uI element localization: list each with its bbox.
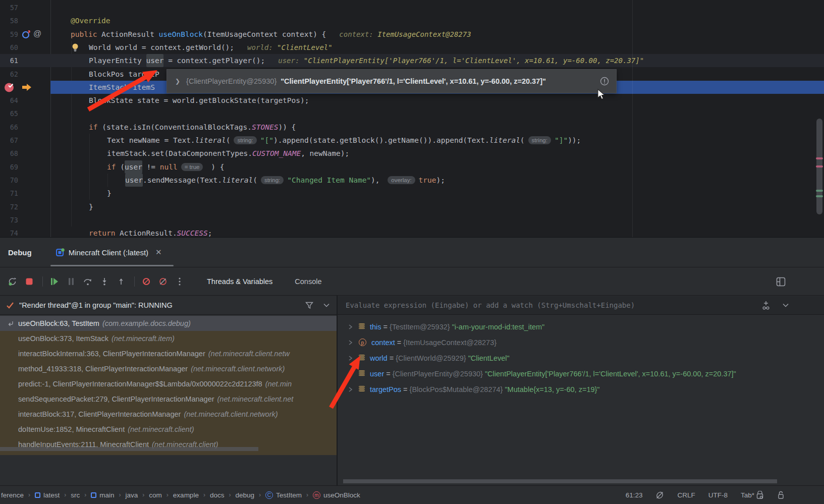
line-number[interactable]: 65 [0, 107, 18, 120]
stack-frame[interactable]: doItemUse:1852, MinecraftClient (net.min… [0, 422, 337, 437]
frames-horizontal-scrollbar[interactable] [0, 447, 258, 451]
breadcrumb-item-example[interactable]: example [173, 491, 199, 499]
code-editor[interactable]: 5758@Override59public ActionResult useOn… [0, 0, 824, 237]
code-line-58[interactable]: 58@Override [0, 14, 824, 27]
line-number[interactable]: 59 [0, 28, 18, 41]
line-number[interactable]: 74 [0, 227, 18, 237]
line-number[interactable]: 58 [0, 14, 18, 27]
chevron-down-icon[interactable] [783, 300, 789, 310]
code-line-72[interactable]: 72} [0, 200, 824, 213]
breadcrumb-item-debug[interactable]: debug [235, 491, 254, 499]
variable-row-context[interactable]: pcontext = {ItemUsageContext@28273} [338, 334, 824, 350]
error-stripe-mark[interactable] [816, 195, 823, 197]
variable-row-this[interactable]: this = {TestItem@25932} "i-am-your-mod-i… [338, 319, 824, 334]
code-line-61[interactable]: 61PlayerEntity user = context.getPlayer(… [0, 54, 824, 67]
code-line-73[interactable]: 73 [0, 213, 824, 227]
rerun-button[interactable] [8, 277, 17, 286]
code-line-70[interactable]: 70user.sendMessage(Text.literal(string:"… [0, 174, 824, 187]
intention-bulb-icon[interactable] [71, 43, 79, 52]
line-number[interactable]: 73 [0, 213, 18, 227]
pause-button[interactable] [67, 277, 76, 286]
breadcrumb-item-main[interactable]: main [99, 491, 114, 499]
stack-frame[interactable]: useOnBlock:63, TestItem (com.example.doc… [0, 316, 337, 331]
warning-icon[interactable] [600, 77, 609, 86]
code-line-64[interactable]: 64BlockState state = world.getBlockState… [0, 94, 824, 107]
stack-frame[interactable]: predict:-1, ClientPlayerInteractionManag… [0, 376, 337, 391]
variable-name[interactable]: this [370, 323, 381, 331]
code-line-68[interactable]: 68itemStack.set(DataComponentTypes.CUSTO… [0, 147, 824, 160]
error-stripe-mark[interactable] [816, 190, 823, 192]
indent-indicator[interactable]: Tab* [741, 491, 754, 499]
step-out-button[interactable] [117, 277, 126, 286]
step-over-button[interactable] [83, 277, 92, 286]
indent-settings-icon[interactable] [756, 491, 764, 499]
code-line-65[interactable]: 65 [0, 107, 824, 120]
line-number[interactable]: 66 [0, 121, 18, 134]
tab-threads-variables[interactable]: Threads & Variables [207, 277, 272, 286]
variable-name[interactable]: world [370, 354, 388, 362]
stop-button[interactable] [25, 277, 34, 286]
debug-session-tab[interactable]: Minecraft Client (:latest) ✕ [56, 238, 162, 267]
line-number[interactable]: 64 [0, 94, 18, 107]
close-tab-icon[interactable]: ✕ [155, 248, 162, 257]
code-line-60[interactable]: 60World world = context.getWorld();world… [0, 41, 824, 54]
expand-chevron-icon[interactable] [348, 356, 353, 361]
readonly-lock-icon[interactable] [777, 491, 785, 499]
code-line-67[interactable]: 67Text newName = Text.literal(string:"["… [0, 134, 824, 147]
code-line-71[interactable]: 71} [0, 187, 824, 200]
filter-icon[interactable] [305, 302, 313, 309]
code-line-74[interactable]: 74return ActionResult.SUCCESS; [0, 227, 824, 237]
variable-name[interactable]: user [370, 370, 384, 378]
line-number[interactable]: 69 [0, 160, 18, 174]
breadcrumb-item-ference[interactable]: ference [1, 491, 24, 499]
breadcrumb-item-useOnBlock[interactable]: useOnBlock [323, 491, 360, 499]
line-number[interactable]: 70 [0, 174, 18, 187]
line-number[interactable]: 67 [0, 134, 18, 147]
layout-settings-icon[interactable] [776, 277, 786, 287]
breadcrumb-item-com[interactable]: com [149, 491, 162, 499]
error-stripe-mark[interactable] [816, 165, 823, 167]
highlighting-off-icon[interactable] [655, 491, 664, 499]
code-line-59[interactable]: 59public ActionResult useOnBlock(ItemUsa… [0, 28, 824, 41]
breadcrumb-item-src[interactable]: src [71, 491, 80, 499]
variable-row-world[interactable]: world = {ClientWorld@25929} "ClientLevel… [338, 350, 824, 366]
variable-row-user[interactable]: user = {ClientPlayerEntity@25930} "Clien… [338, 366, 824, 381]
breadcrumb-item-docs[interactable]: docs [210, 491, 225, 499]
thread-selector[interactable]: "Render thread"@1 in group "main": RUNNI… [0, 296, 337, 315]
line-number[interactable]: 60 [0, 41, 18, 54]
evaluate-expression-field[interactable]: Evaluate expression (Eingabe) or add a w… [338, 296, 824, 315]
code-line-57[interactable]: 57 [0, 1, 824, 14]
stack-frame[interactable]: sendSequencedPacket:279, ClientPlayerInt… [0, 391, 337, 407]
variable-row-targetPos[interactable]: targetPos = {BlockPos$Mutable@28274} "Mu… [338, 381, 824, 397]
code-line-69[interactable]: 69if (user != null= true ) { [0, 160, 824, 174]
stack-frame[interactable]: useOnBlock:373, ItemStack (net.minecraft… [0, 331, 337, 346]
line-number[interactable]: 61 [0, 54, 18, 67]
stack-frame[interactable]: tick:1938, MinecraftClient (net.minecraf… [0, 452, 337, 455]
line-number[interactable]: 62 [0, 68, 18, 81]
debugger-value-tooltip[interactable]: ❯ {ClientPlayerEntity@25930} "ClientPlay… [167, 69, 617, 93]
breakpoint-icon[interactable] [4, 82, 15, 93]
error-stripe-mark[interactable] [816, 157, 823, 159]
stack-frame[interactable]: interactBlockInternal:363, ClientPlayerI… [0, 346, 337, 361]
line-separator-indicator[interactable]: CRLF [677, 491, 695, 499]
stack-frame[interactable]: interactBlock:317, ClientPlayerInteracti… [0, 407, 337, 422]
line-number[interactable]: 71 [0, 187, 18, 200]
tooltip-expand-chevron-icon[interactable]: ❯ [175, 78, 180, 85]
encoding-indicator[interactable]: UTF-8 [708, 491, 728, 499]
line-number[interactable]: 72 [0, 200, 18, 213]
add-watch-icon[interactable] [761, 300, 772, 310]
overridden-method-gutter-icon[interactable] [21, 30, 32, 39]
step-into-button[interactable] [100, 277, 109, 286]
caret-position[interactable]: 61:23 [626, 491, 643, 499]
expand-chevron-icon[interactable] [348, 371, 353, 376]
line-number[interactable]: 57 [0, 1, 18, 14]
tab-console[interactable]: Console [295, 277, 321, 286]
line-number[interactable]: 68 [0, 147, 18, 160]
breadcrumb-item-java[interactable]: java [126, 491, 138, 499]
variable-name[interactable]: context [371, 339, 395, 347]
breadcrumb-item-latest[interactable]: latest [43, 491, 60, 499]
expand-chevron-icon[interactable] [348, 340, 353, 345]
mute-breakpoints-button[interactable] [158, 277, 168, 286]
variables-horizontal-scrollbar[interactable] [343, 479, 777, 483]
variable-name[interactable]: targetPos [370, 385, 401, 394]
